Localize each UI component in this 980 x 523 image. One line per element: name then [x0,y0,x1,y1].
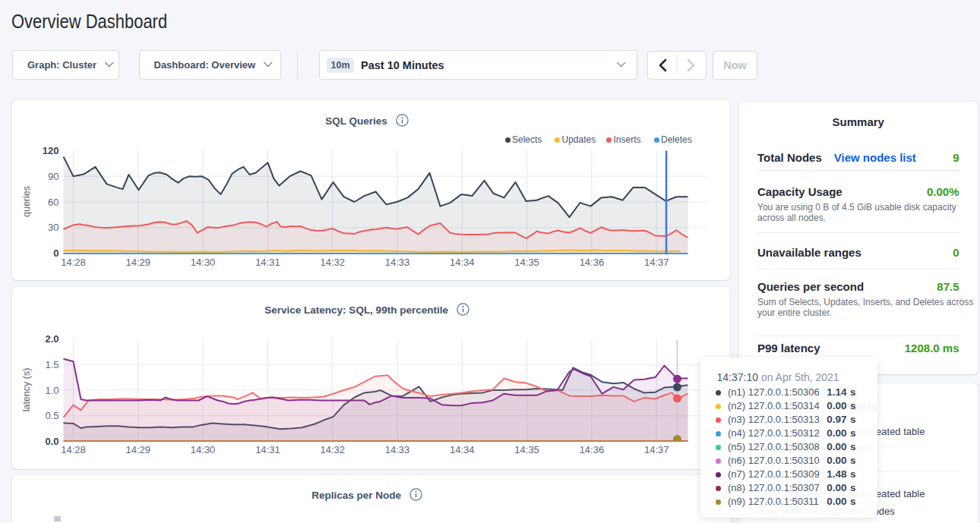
svg-text:14:36: 14:36 [579,257,604,268]
svg-text:14:30: 14:30 [190,257,215,268]
svg-text:1.0: 1.0 [45,384,58,395]
svg-text:14:35: 14:35 [514,257,539,268]
svg-text:14:37: 14:37 [643,257,669,268]
svg-text:14:32: 14:32 [320,444,345,455]
svg-text:30: 30 [48,222,58,233]
svg-text:14:36: 14:36 [579,444,604,455]
svg-text:90: 90 [48,170,58,181]
svg-text:14:34: 14:34 [450,444,475,455]
svg-text:14:33: 14:33 [384,444,409,455]
svg-text:queries: queries [21,186,31,217]
svg-text:2.0: 2.0 [45,333,58,345]
svg-text:0.0: 0.0 [45,436,58,447]
svg-text:14:30: 14:30 [190,444,215,455]
svg-text:0.5: 0.5 [45,410,58,421]
svg-text:latency (s): latency (s) [21,367,31,411]
svg-text:14:31: 14:31 [255,444,280,455]
svg-text:14:33: 14:33 [384,257,409,268]
svg-text:14:29: 14:29 [125,444,150,455]
svg-text:1.5: 1.5 [45,358,58,370]
svg-text:14:35: 14:35 [514,444,539,455]
svg-text:14:34: 14:34 [450,257,475,268]
svg-text:14:28: 14:28 [61,444,86,455]
svg-text:60: 60 [48,196,58,207]
svg-text:14:32: 14:32 [320,257,345,268]
svg-text:14:37: 14:37 [643,444,669,455]
svg-text:0: 0 [53,247,58,259]
svg-text:14:31: 14:31 [255,257,280,268]
svg-text:120: 120 [42,145,58,156]
svg-text:14:28: 14:28 [61,257,86,268]
svg-text:14:29: 14:29 [125,257,150,268]
